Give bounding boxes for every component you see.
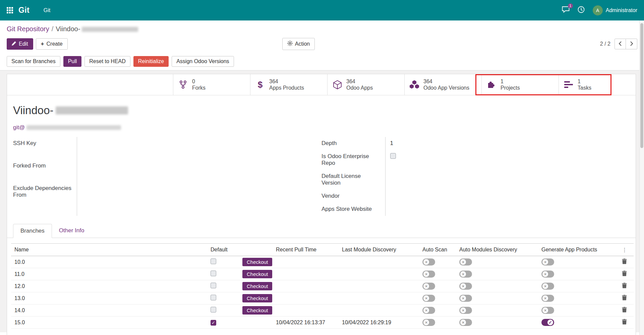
trash-icon [622,258,627,264]
activities-button[interactable] [578,6,585,14]
checkout-button[interactable]: Checkout [242,258,272,266]
auto-scan-cell: × [419,317,456,329]
generate-app-products-toggle[interactable]: × [541,295,554,302]
auto-modules-discovery-toggle[interactable]: × [459,258,472,266]
stat-button-odoo-apps[interactable]: 364Odoo Apps [327,74,404,95]
assign-odoo-versions-button[interactable]: Assign Odoo Versions [172,56,234,67]
checkout-button[interactable]: Checkout [242,294,272,302]
messages-button[interactable]: 1 [562,6,570,14]
stat-button-tasks[interactable]: 1Tasks [559,74,636,95]
auto-modules-discovery-toggle[interactable]: × [459,319,472,326]
apps-menu-icon[interactable] [7,7,13,13]
delete-row-button[interactable] [622,258,627,264]
field-value-apps-store-website[interactable] [385,203,617,216]
default-checkbox[interactable] [211,307,216,313]
stat-value: 1 [578,78,591,85]
menu-item-git[interactable]: Git [44,7,50,13]
auto-scan-toggle[interactable]: × [422,283,435,290]
table-row[interactable]: 11.0Checkout××× [11,268,634,280]
cube-icon [332,80,342,89]
field-value-ssh-key[interactable] [77,137,321,159]
auto-modules-discovery-toggle[interactable]: × [459,271,472,278]
auto-modules-discovery-toggle[interactable]: × [459,283,472,290]
default-checkbox[interactable] [211,258,216,264]
auto-modules-discovery-cell: × [456,292,538,304]
col-header-auto-scan[interactable]: Auto Scan [419,244,456,256]
col-header-auto-modules-discovery[interactable]: Auto Modules Discovery [456,244,538,256]
optional-columns-icon[interactable]: ⋮ [622,247,627,253]
app-brand[interactable]: Git [18,6,30,15]
delete-row-button[interactable] [622,307,627,313]
default-checkbox[interactable] [211,283,216,288]
delete-row-button[interactable] [622,271,627,276]
default-checkbox[interactable] [211,271,216,276]
col-header-recent-pull-time[interactable]: Recent Pull Time [273,244,339,256]
edit-button[interactable]: Edit [7,38,33,50]
generate-app-products-toggle[interactable]: × [541,283,554,290]
auto-scan-toggle[interactable]: × [422,307,435,314]
field-value-vendor[interactable] [385,190,617,203]
col-header-default[interactable]: Default [207,244,239,256]
stat-button-projects[interactable]: 1Projects [481,74,559,95]
reinitialize-button[interactable]: Reinitialize [133,56,169,67]
auto-modules-discovery-toggle[interactable]: × [459,307,472,314]
tab-branches[interactable]: Branches [13,224,52,238]
auto-modules-discovery-cell: × [456,317,538,329]
stat-button-odoo-app-versions[interactable]: 364Odoo App Versions [404,74,481,95]
table-row[interactable]: 10.0Checkout××× [11,256,634,268]
enterprise-repo-checkbox[interactable] [390,153,396,159]
delete-row-button[interactable] [622,283,627,288]
user-menu[interactable]: A Administrator [593,5,637,15]
stat-button-apps-products[interactable]: $ 364Apps Products [250,74,327,95]
stat-value: 0 [192,78,206,85]
reset-to-head-button[interactable]: Reset to HEAD [84,56,130,67]
col-header-last-module-discovery[interactable]: Last Module Discovery [339,244,419,256]
checkout-button[interactable]: Checkout [242,306,272,315]
scan-for-branches-button[interactable]: Scan for Branches [7,56,60,67]
scrollbar-thumb[interactable] [640,23,643,148]
field-value-depth[interactable]: 1 [385,137,617,150]
pager-previous-button[interactable] [614,39,626,49]
auto-modules-discovery-toggle[interactable]: × [459,295,472,302]
field-label-vendor: Vendor [321,193,340,199]
field-value-exclude-dependencies-from[interactable] [77,182,321,216]
generate-app-products-cell: × [538,280,619,292]
auto-scan-toggle[interactable]: × [422,319,435,326]
table-row[interactable]: 14.0Checkout××× [11,304,634,317]
stat-button-forks[interactable]: 0Forks [173,74,250,95]
repo-url-link[interactable]: git@ [13,124,121,131]
generate-app-products-toggle[interactable]: × [541,258,554,266]
stat-label: Odoo Apps [346,85,373,91]
field-value-forked-from[interactable] [77,159,321,182]
action-button[interactable]: Action [282,38,315,50]
field-value-default-license-version[interactable] [385,170,617,190]
auto-scan-toggle[interactable]: × [422,295,435,302]
pager-next-button[interactable] [626,39,637,49]
default-checkbox[interactable] [211,295,216,300]
table-row[interactable]: 15.0✓10/04/2022 16:13:3710/04/2022 16:29… [11,317,634,329]
generate-app-products-toggle[interactable]: ✓ [541,319,554,326]
generate-app-products-toggle[interactable]: × [541,307,554,314]
generate-app-products-toggle[interactable]: × [541,271,554,278]
checkout-button[interactable]: Checkout [242,282,272,290]
delete-row-button[interactable] [622,295,627,300]
content-area: 0Forks $ 364Apps Products 364Odoo Apps 3… [0,70,644,332]
table-row[interactable]: 12.0Checkout××× [11,280,634,292]
checkout-button[interactable]: Checkout [242,270,272,278]
x-circle-icon: × [460,295,466,301]
auto-scan-toggle[interactable]: × [422,271,435,278]
puzzle-icon [486,81,496,89]
col-header-name[interactable]: Name [11,244,207,256]
delete-cell [619,268,634,280]
vertical-scrollbar[interactable] [639,20,644,335]
default-checkbox[interactable]: ✓ [211,320,216,326]
delete-row-button[interactable] [622,319,627,325]
create-button[interactable]: + Create [36,38,68,50]
breadcrumb-parent-link[interactable]: Git Repository [7,25,49,33]
auto-scan-toggle[interactable]: × [422,258,435,266]
table-row[interactable]: 13.0Checkout××× [11,292,634,304]
stat-label: Tasks [578,85,591,91]
tab-other-info[interactable]: Other Info [52,224,92,238]
col-header-generate-app-products[interactable]: Generate App Products [538,244,619,256]
pull-button[interactable]: Pull [63,56,82,67]
